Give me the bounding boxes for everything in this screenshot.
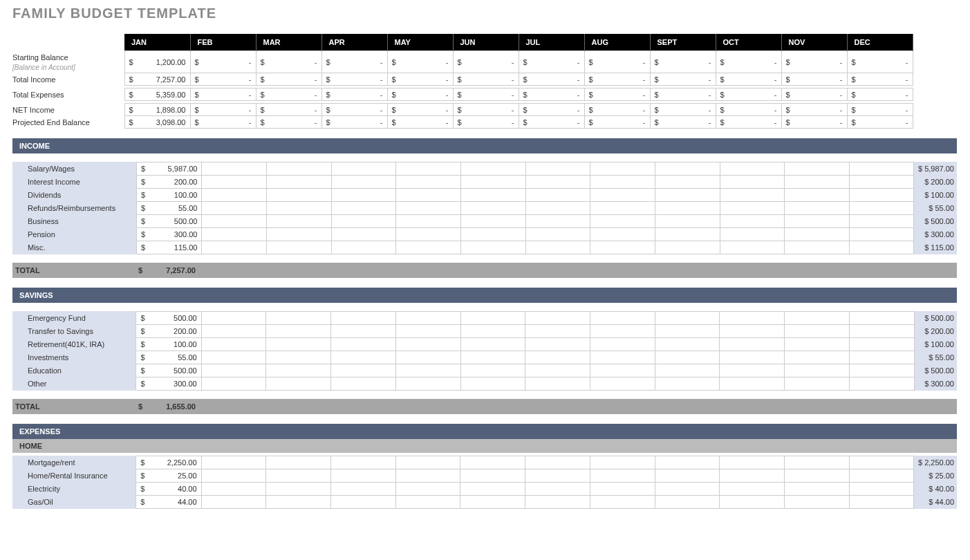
cell[interactable]	[460, 456, 525, 469]
cell[interactable]	[525, 456, 590, 469]
cell[interactable]	[785, 483, 850, 496]
cell-jan[interactable]: $3,098.00	[124, 116, 190, 129]
cell[interactable]	[461, 228, 526, 241]
cell[interactable]	[396, 189, 461, 202]
cell[interactable]: $-	[321, 51, 387, 73]
cell[interactable]	[590, 364, 655, 377]
cell[interactable]	[395, 483, 460, 496]
cell[interactable]: $-	[190, 104, 256, 116]
cell[interactable]	[461, 189, 526, 202]
cell[interactable]	[331, 364, 396, 377]
cell[interactable]	[655, 162, 720, 176]
cell[interactable]: $-	[321, 88, 387, 101]
cell[interactable]: $-	[519, 88, 584, 101]
cell[interactable]	[655, 483, 720, 496]
cell[interactable]	[849, 162, 914, 176]
cell[interactable]	[720, 325, 785, 338]
cell[interactable]	[201, 483, 266, 496]
cell[interactable]	[590, 202, 655, 215]
cell[interactable]	[202, 162, 267, 176]
cell[interactable]	[201, 312, 266, 325]
cell[interactable]	[461, 241, 526, 254]
cell[interactable]	[331, 483, 396, 496]
cell[interactable]: $200.00	[137, 176, 202, 189]
cell[interactable]	[396, 202, 461, 215]
cell[interactable]	[267, 228, 332, 241]
cell[interactable]	[785, 456, 850, 469]
cell[interactable]	[525, 483, 590, 496]
cell[interactable]: $-	[781, 73, 847, 86]
cell[interactable]	[720, 483, 785, 496]
cell[interactable]	[785, 162, 850, 176]
cell[interactable]: $-	[519, 73, 584, 86]
cell[interactable]	[849, 215, 914, 228]
cell[interactable]	[266, 312, 331, 325]
cell[interactable]: $-	[519, 116, 584, 129]
cell[interactable]	[849, 176, 914, 189]
cell[interactable]	[331, 241, 396, 254]
cell[interactable]	[849, 377, 914, 391]
cell[interactable]: $300.00	[137, 228, 202, 241]
cell[interactable]: $-	[781, 104, 847, 116]
cell[interactable]: $-	[584, 116, 650, 129]
cell[interactable]	[655, 312, 720, 325]
cell[interactable]: $-	[716, 51, 781, 73]
cell[interactable]	[331, 338, 396, 351]
cell[interactable]	[655, 364, 720, 377]
cell[interactable]: $40.00	[136, 483, 201, 496]
cell[interactable]	[785, 228, 850, 241]
cell[interactable]	[266, 364, 331, 377]
cell[interactable]	[655, 228, 720, 241]
cell[interactable]	[460, 364, 525, 377]
cell[interactable]	[720, 496, 785, 509]
cell[interactable]	[331, 456, 396, 469]
cell[interactable]: $115.00	[137, 241, 202, 254]
cell[interactable]	[785, 202, 850, 215]
cell[interactable]	[395, 351, 460, 364]
cell[interactable]	[331, 312, 396, 325]
cell[interactable]	[395, 456, 460, 469]
cell[interactable]	[202, 176, 267, 189]
cell[interactable]: $-	[321, 104, 387, 116]
cell[interactable]: $-	[716, 88, 781, 101]
cell[interactable]: $-	[781, 51, 847, 73]
cell[interactable]	[849, 241, 914, 254]
cell[interactable]	[201, 338, 266, 351]
cell[interactable]: $-	[650, 116, 716, 129]
cell[interactable]	[266, 469, 331, 483]
cell[interactable]	[590, 215, 655, 228]
cell[interactable]: $-	[519, 104, 584, 116]
cell[interactable]	[396, 228, 461, 241]
cell[interactable]: $-	[716, 116, 781, 129]
cell[interactable]	[395, 469, 460, 483]
cell[interactable]: $500.00	[136, 364, 201, 377]
cell[interactable]: $100.00	[137, 189, 202, 202]
cell[interactable]	[201, 496, 266, 509]
cell[interactable]: $-	[650, 88, 716, 101]
cell[interactable]	[266, 338, 331, 351]
cell[interactable]	[655, 351, 720, 364]
cell[interactable]: $500.00	[137, 215, 202, 228]
cell[interactable]	[785, 241, 850, 254]
cell[interactable]: $-	[847, 88, 913, 101]
cell[interactable]	[590, 312, 655, 325]
cell[interactable]	[849, 325, 914, 338]
cell[interactable]	[720, 202, 785, 215]
cell[interactable]	[525, 202, 590, 215]
cell[interactable]	[785, 338, 850, 351]
cell[interactable]: $2,250.00	[136, 456, 201, 469]
cell[interactable]	[266, 456, 331, 469]
cell[interactable]: $500.00	[136, 312, 201, 325]
cell[interactable]	[460, 377, 525, 391]
cell[interactable]	[720, 351, 785, 364]
cell[interactable]	[720, 469, 785, 483]
cell[interactable]	[785, 325, 850, 338]
cell[interactable]	[460, 325, 525, 338]
cell[interactable]	[331, 189, 396, 202]
cell[interactable]: $-	[847, 73, 913, 86]
cell[interactable]: $-	[847, 51, 913, 73]
cell[interactable]: $55.00	[136, 351, 201, 364]
cell[interactable]: $100.00	[136, 338, 201, 351]
cell[interactable]: $-	[584, 73, 650, 86]
cell[interactable]	[655, 338, 720, 351]
